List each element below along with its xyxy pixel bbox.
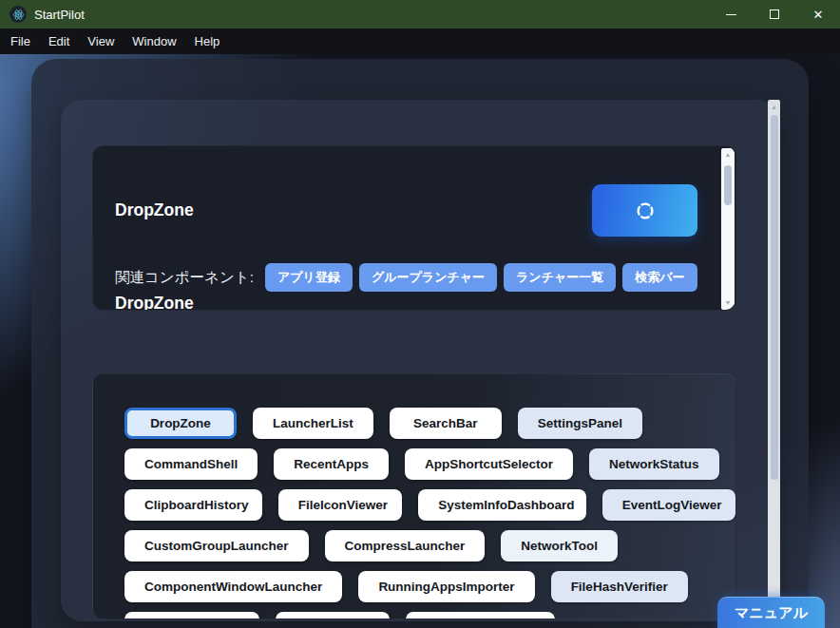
minimize-button[interactable]	[709, 0, 753, 29]
titlebar: StartPilot ✕	[0, 0, 840, 29]
menubar: File Edit View Window Help	[0, 29, 840, 54]
component-grid-panel: DropZone LauncherList SearchBar Settings…	[92, 373, 736, 619]
window-controls: ✕	[709, 0, 840, 29]
dashed-circle-icon	[635, 200, 656, 221]
next-component-heading: DropZone	[115, 294, 194, 311]
related-chip-group-launcher[interactable]: グループランチャー	[359, 263, 497, 292]
menu-window[interactable]: Window	[129, 32, 179, 50]
grid-button-runningappsimporter[interactable]: RunningAppsImporter	[358, 571, 534, 602]
grid-button-systeminfodashboard[interactable]: SystemInfoDashboard	[418, 489, 585, 521]
grid-button-settingspanel[interactable]: SettingsPanel	[518, 408, 642, 439]
grid-row: CommandShell RecentApps AppShortcutSelec…	[124, 448, 735, 480]
main-content: DropZone 関連コンポーネント: アプリ登録 グループランチャー ランチャ…	[0, 54, 840, 628]
grid-button-customgrouplauncher[interactable]: CustomGroupLauncher	[124, 530, 309, 561]
scroll-up-icon[interactable]: ▲	[721, 150, 735, 160]
grid-row: ClipboardHistory FileIconViewer SystemIn…	[124, 489, 735, 521]
scrollbar-thumb[interactable]	[771, 115, 778, 480]
grid-button-partial[interactable]	[124, 612, 259, 619]
menu-help[interactable]: Help	[192, 32, 223, 50]
page-scrollbar[interactable]: ▲	[768, 100, 780, 621]
maximize-icon	[770, 10, 779, 19]
scroll-up-icon[interactable]: ▲	[768, 103, 780, 112]
related-components-label: 関連コンポーネント:	[115, 268, 254, 288]
grid-row	[124, 612, 735, 619]
outer-card: DropZone 関連コンポーネント: アプリ登録 グループランチャー ランチャ…	[31, 59, 809, 628]
close-button[interactable]: ✕	[796, 0, 840, 29]
menu-view[interactable]: View	[85, 32, 117, 50]
grid-button-filehashverifier[interactable]: FileHashVerifier	[551, 571, 688, 602]
grid-button-recentapps[interactable]: RecentApps	[274, 448, 389, 480]
grid-button-partial[interactable]	[406, 612, 555, 619]
app-logo-atom-icon	[10, 6, 27, 23]
maximize-button[interactable]	[753, 0, 796, 29]
grid-button-compresslauncher[interactable]: CompressLauncher	[325, 530, 486, 561]
grid-button-partial[interactable]	[276, 612, 390, 619]
grid-button-commandshell[interactable]: CommandShell	[124, 448, 258, 480]
related-components-row: 関連コンポーネント: アプリ登録 グループランチャー ランチャー一覧 検索バー	[115, 263, 697, 292]
grid-button-eventlogviewer[interactable]: EventLogViewer	[602, 489, 735, 521]
grid-button-appshortcutselector[interactable]: AppShortcutSelector	[405, 448, 573, 480]
component-heading: DropZone	[115, 200, 194, 220]
grid-row: CustomGroupLauncher CompressLauncher Net…	[124, 530, 735, 561]
grid-button-componentwindowlauncher[interactable]: ComponentWindowLauncher	[124, 571, 342, 602]
related-chip-app-register[interactable]: アプリ登録	[265, 263, 353, 292]
grid-button-clipboardhistory[interactable]: ClipboardHistory	[124, 489, 262, 521]
grid-row: ComponentWindowLauncher RunningAppsImpor…	[124, 571, 735, 602]
grid-button-networkstatus[interactable]: NetworkStatus	[589, 448, 719, 480]
close-icon: ✕	[813, 8, 824, 22]
grid-button-dropzone[interactable]: DropZone	[124, 408, 237, 439]
detail-panel-scrollbar[interactable]: ▲ ▼	[721, 148, 735, 310]
related-chip-launcher-list[interactable]: ランチャー一覧	[504, 263, 616, 292]
grid-button-fileiconviewer[interactable]: FileIconViewer	[278, 489, 402, 521]
scroll-down-icon[interactable]: ▼	[721, 298, 735, 308]
component-detail-panel: DropZone 関連コンポーネント: アプリ登録 グループランチャー ランチャ…	[92, 145, 736, 311]
manual-button[interactable]: マニュアル	[717, 597, 825, 628]
inner-card: DropZone 関連コンポーネント: アプリ登録 グループランチャー ランチャ…	[61, 100, 779, 621]
window-title: StartPilot	[34, 8, 85, 22]
grid-button-launcherlist[interactable]: LauncherList	[253, 408, 373, 439]
grid-row: DropZone LauncherList SearchBar Settings…	[124, 408, 735, 439]
minimize-icon	[726, 14, 736, 15]
scrollbar-thumb[interactable]	[724, 165, 732, 205]
grid-button-searchbar[interactable]: SearchBar	[390, 408, 502, 439]
focus-component-button[interactable]	[592, 184, 697, 237]
menu-edit[interactable]: Edit	[46, 32, 72, 50]
grid-button-networktool[interactable]: NetworkTool	[501, 530, 618, 561]
related-chip-search-bar[interactable]: 検索バー	[622, 263, 697, 292]
menu-file[interactable]: File	[8, 32, 33, 50]
